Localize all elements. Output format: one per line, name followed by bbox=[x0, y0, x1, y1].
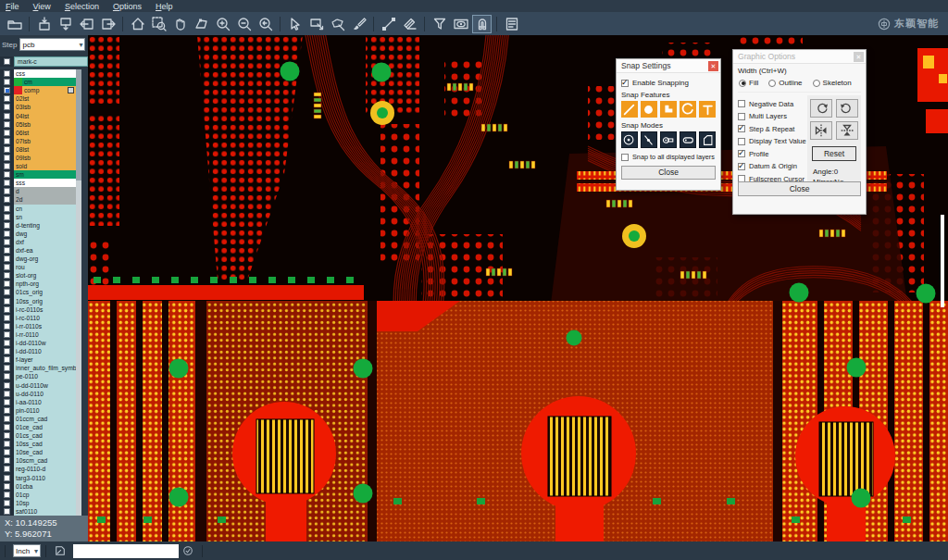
step-select[interactable]: pcb ▾ bbox=[19, 38, 85, 51]
close-icon[interactable]: ✕ bbox=[708, 61, 718, 71]
snap-feature-corner-icon[interactable] bbox=[660, 101, 677, 118]
option-multi-layers[interactable]: Multi Layers bbox=[738, 112, 806, 120]
layer-checkbox[interactable] bbox=[0, 314, 14, 322]
layer-checkbox[interactable] bbox=[0, 507, 14, 516]
width-radio-skeleton[interactable]: Skeleton bbox=[813, 79, 852, 87]
snap-mode-center-icon[interactable] bbox=[621, 131, 638, 148]
snap-feature-pad-icon[interactable] bbox=[641, 101, 657, 118]
layer-row-sn[interactable]: sn bbox=[0, 213, 76, 221]
layer-checkbox[interactable] bbox=[0, 364, 14, 372]
layer-row-pin-0110[interactable]: pin-0110 bbox=[0, 406, 76, 415]
snap-mode-point-on-line-icon[interactable] bbox=[641, 131, 657, 148]
graphic-dialog-titlebar[interactable]: Graphic Options ✕ bbox=[733, 50, 866, 64]
layer-checkbox[interactable] bbox=[0, 423, 14, 431]
rotate-ccw-icon[interactable] bbox=[836, 99, 858, 118]
filter-funnel-icon[interactable] bbox=[430, 15, 449, 33]
layer-row-css[interactable]: css bbox=[0, 69, 76, 78]
snap-close-button[interactable]: Close bbox=[621, 166, 716, 180]
layer-checkbox[interactable] bbox=[0, 179, 14, 187]
snap-feature-text-icon[interactable] bbox=[699, 101, 716, 118]
layer-checkbox[interactable] bbox=[0, 120, 14, 129]
layer-row-i-rr-0110[interactable]: i-rr-0110 bbox=[0, 330, 76, 339]
layer-row-2d[interactable]: 2d bbox=[0, 195, 76, 204]
layer-checkbox[interactable] bbox=[0, 448, 14, 456]
layer-checkbox[interactable] bbox=[0, 213, 14, 221]
layer-checkbox[interactable] bbox=[0, 246, 14, 255]
layer-checkbox[interactable] bbox=[0, 221, 14, 230]
layer-checkbox[interactable] bbox=[0, 263, 14, 271]
command-input[interactable] bbox=[73, 544, 179, 558]
layer-checkbox[interactable] bbox=[0, 94, 14, 103]
layer-checkbox[interactable] bbox=[0, 297, 14, 305]
layer-checkbox[interactable] bbox=[0, 69, 14, 78]
select-rect-icon[interactable] bbox=[306, 15, 326, 33]
menu-file[interactable]: File bbox=[6, 2, 19, 11]
layer-row-i-rc-0110s[interactable]: i-rc-0110s bbox=[0, 305, 76, 314]
layer-checkbox[interactable] bbox=[0, 406, 14, 415]
snap-mode-pad-hole-icon[interactable] bbox=[660, 131, 677, 148]
layer-checkbox[interactable] bbox=[0, 111, 14, 119]
brush-icon[interactable] bbox=[349, 15, 368, 33]
option-datum-origin[interactable]: Datum & Origin bbox=[738, 162, 806, 170]
scrollbar-thumb[interactable] bbox=[76, 69, 81, 180]
unit-select[interactable]: Inch ▾ bbox=[13, 544, 41, 557]
layer-checkbox[interactable] bbox=[0, 145, 14, 154]
layer-row-05lsb[interactable]: 05lsb bbox=[0, 120, 76, 129]
layer-checkbox[interactable] bbox=[0, 129, 14, 137]
pan-hand-icon[interactable] bbox=[170, 15, 190, 33]
snap-magnet-icon[interactable] bbox=[472, 15, 492, 33]
layer-checkbox[interactable] bbox=[0, 372, 14, 380]
layer-checkbox[interactable] bbox=[0, 271, 14, 280]
layer-row-dxf-ea[interactable]: dxf-ea bbox=[0, 246, 76, 255]
snap-mode-slot-icon[interactable] bbox=[680, 131, 696, 148]
layer-row-u-dd-0110w[interactable]: u-dd-0110w bbox=[0, 380, 76, 389]
layer-row-u-dd-0110[interactable]: u-dd-0110 bbox=[0, 390, 76, 398]
layer-row-i-aa-0110[interactable]: i-aa-0110 bbox=[0, 398, 76, 406]
work-layer-checkbox[interactable] bbox=[0, 56, 14, 67]
zoom-out-icon[interactable] bbox=[234, 15, 254, 33]
layer-row-09lsb[interactable]: 09lsb bbox=[0, 154, 76, 162]
select-arrow-icon[interactable] bbox=[285, 15, 305, 33]
layer-row-04lst[interactable]: 04lst bbox=[0, 111, 76, 119]
layer-row-reg-0110-d[interactable]: reg-0110-d bbox=[0, 465, 76, 473]
option-negative-data[interactable]: Negative Data bbox=[738, 100, 806, 108]
layer-row-06lst[interactable]: 06lst bbox=[0, 129, 76, 137]
rotate-cw-icon[interactable] bbox=[810, 99, 832, 118]
layer-checkbox[interactable] bbox=[0, 474, 14, 482]
layer-row-slot-org[interactable]: slot-org bbox=[0, 271, 76, 280]
layer-checkbox[interactable] bbox=[0, 305, 14, 314]
layer-checkbox[interactable] bbox=[0, 330, 14, 339]
menu-view[interactable]: View bbox=[33, 2, 51, 11]
menu-help[interactable]: Help bbox=[156, 2, 173, 11]
layer-checkbox[interactable] bbox=[0, 339, 14, 347]
layer-row-d[interactable]: d bbox=[0, 187, 76, 195]
layer-row-pe-0110[interactable]: pe-0110 bbox=[0, 372, 76, 380]
all-layers-checkbox[interactable] bbox=[621, 154, 629, 161]
width-radio-fill[interactable]: Fill bbox=[739, 79, 758, 87]
layer-row-sold[interactable]: sold bbox=[0, 162, 76, 170]
layer-checkbox[interactable] bbox=[0, 170, 14, 179]
work-layer-row[interactable]: mark-c bbox=[0, 56, 88, 67]
layer-checkbox[interactable] bbox=[0, 465, 14, 473]
snap-dialog-titlebar[interactable]: Snap Settings ✕ bbox=[617, 59, 720, 73]
eraser-icon[interactable] bbox=[400, 15, 419, 33]
layer-row-targ3-0110[interactable]: targ3-0110 bbox=[0, 474, 76, 482]
layer-color-swatch[interactable] bbox=[14, 86, 22, 94]
zoom-previous-icon[interactable] bbox=[256, 15, 275, 33]
layer-row-rou[interactable]: rou bbox=[0, 263, 76, 271]
layer-row-01ccm_cad[interactable]: 01ccm_cad bbox=[0, 415, 76, 423]
layer-row-i-dd-0110[interactable]: i-dd-0110 bbox=[0, 347, 76, 355]
layer-checkbox[interactable] bbox=[0, 456, 14, 465]
enable-snapping-row[interactable]: Enable Snapping bbox=[621, 79, 716, 87]
graphic-close-button[interactable]: Close bbox=[738, 181, 861, 196]
open-folder-icon[interactable] bbox=[5, 15, 24, 33]
layer-row-i-dd-0110w[interactable]: i-dd-0110w bbox=[0, 339, 76, 347]
reset-button[interactable]: Reset bbox=[812, 146, 856, 161]
all-layers-row[interactable]: Snap to all displayed layers bbox=[621, 153, 716, 161]
layer-checkbox[interactable] bbox=[0, 205, 14, 213]
menu-options[interactable]: Options bbox=[113, 2, 142, 11]
layer-row-npth-org[interactable]: npth-org bbox=[0, 280, 76, 288]
edit-vertex-icon[interactable] bbox=[192, 15, 211, 33]
option-step-repeat[interactable]: Step & Repeat bbox=[738, 125, 806, 133]
layer-checkbox[interactable] bbox=[0, 288, 14, 296]
